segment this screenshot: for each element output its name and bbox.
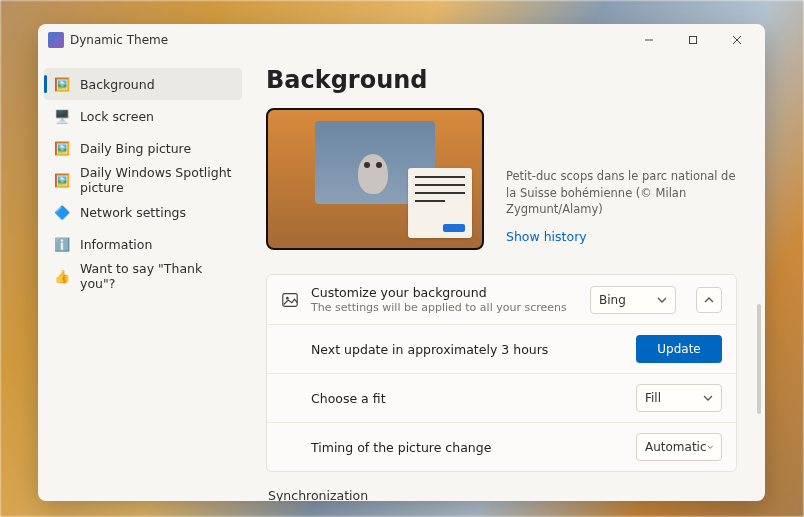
chevron-down-icon <box>703 393 713 403</box>
maximize-button[interactable] <box>671 25 715 55</box>
sidebar-item-label: Want to say "Thank you"? <box>80 261 232 291</box>
customize-title: Customize your background <box>311 285 578 300</box>
sidebar-item-label: Daily Windows Spotlight picture <box>80 165 232 195</box>
picture-icon <box>281 291 299 309</box>
scrollbar[interactable] <box>757 304 761 414</box>
picture-icon: 🖼️ <box>54 76 70 92</box>
chevron-down-icon <box>657 295 667 305</box>
window-controls <box>627 25 759 55</box>
fit-select[interactable]: Fill <box>636 384 722 412</box>
sidebar-item-label: Background <box>80 77 155 92</box>
fit-value: Fill <box>645 391 661 405</box>
sidebar-item-information[interactable]: ℹ️ Information <box>44 228 242 260</box>
titlebar: Dynamic Theme <box>38 24 765 56</box>
app-window: Dynamic Theme 🖼️ Background 🖥️ Lock scre… <box>38 24 765 501</box>
chevron-up-icon <box>704 295 714 305</box>
close-icon <box>732 35 742 45</box>
sidebar-item-lockscreen[interactable]: 🖥️ Lock screen <box>44 100 242 132</box>
customize-panel: Customize your background The settings w… <box>266 274 737 472</box>
timing-label: Timing of the picture change <box>311 440 624 455</box>
timing-select[interactable]: Automatic <box>636 433 722 461</box>
sidebar: 🖼️ Background 🖥️ Lock screen 🖼️ Daily Bi… <box>38 56 248 501</box>
info-icon: ℹ️ <box>54 236 70 252</box>
preview-overlay-card <box>408 168 472 238</box>
next-update-label: Next update in approximately 3 hours <box>311 342 624 357</box>
sidebar-item-label: Network settings <box>80 205 186 220</box>
picture-icon: 🖼️ <box>54 172 70 188</box>
wallpaper-preview <box>266 108 484 250</box>
sidebar-item-network[interactable]: 🔷 Network settings <box>44 196 242 228</box>
thumbsup-icon: 👍 <box>54 268 70 284</box>
sidebar-item-label: Lock screen <box>80 109 154 124</box>
source-value: Bing <box>599 293 626 307</box>
maximize-icon <box>688 35 698 45</box>
sidebar-item-daily-spotlight[interactable]: 🖼️ Daily Windows Spotlight picture <box>44 164 242 196</box>
sync-section-label: Synchronization <box>268 488 737 501</box>
update-button[interactable]: Update <box>636 335 722 363</box>
window-title: Dynamic Theme <box>70 33 168 47</box>
monitor-icon: 🖥️ <box>54 108 70 124</box>
timing-value: Automatic <box>645 440 707 454</box>
show-history-link[interactable]: Show history <box>506 228 587 246</box>
sidebar-item-label: Daily Bing picture <box>80 141 191 156</box>
picture-icon: 🖼️ <box>54 140 70 156</box>
sidebar-item-thankyou[interactable]: 👍 Want to say "Thank you"? <box>44 260 242 292</box>
source-select[interactable]: Bing <box>590 286 676 314</box>
app-icon <box>48 32 64 48</box>
sidebar-item-daily-bing[interactable]: 🖼️ Daily Bing picture <box>44 132 242 164</box>
svg-rect-1 <box>690 37 697 44</box>
page-title: Background <box>266 66 737 94</box>
sidebar-item-background[interactable]: 🖼️ Background <box>44 68 242 100</box>
diamond-icon: 🔷 <box>54 204 70 220</box>
wallpaper-caption: Petit-duc scops dans le parc national de… <box>506 168 737 218</box>
sidebar-item-label: Information <box>80 237 152 252</box>
chevron-down-icon <box>707 442 713 452</box>
minimize-button[interactable] <box>627 25 671 55</box>
svg-point-5 <box>286 296 289 299</box>
fit-label: Choose a fit <box>311 391 624 406</box>
close-button[interactable] <box>715 25 759 55</box>
customize-subtitle: The settings will be applied to all your… <box>311 301 578 314</box>
customize-expander[interactable] <box>696 287 722 313</box>
content-area: Background Petit-duc scops dans le parc … <box>248 56 765 501</box>
minimize-icon <box>644 35 654 45</box>
owl-illustration <box>358 154 388 194</box>
